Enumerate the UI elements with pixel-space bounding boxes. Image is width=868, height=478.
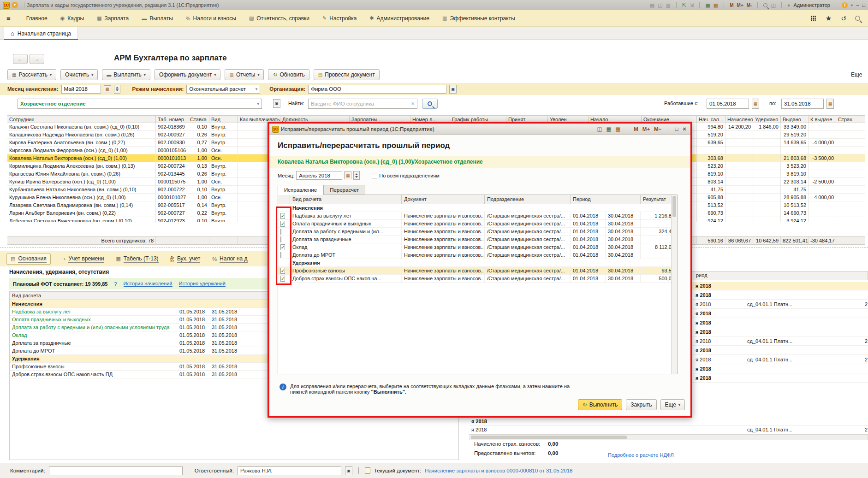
- menu-vyplaty[interactable]: ▬Выплаты: [135, 10, 179, 26]
- more-button[interactable]: Еще▾: [660, 399, 685, 410]
- column-header[interactable]: Выдано: [781, 115, 809, 123]
- subtab-buh-uchet[interactable]: ДтКтБух. учет: [171, 255, 201, 263]
- calendar-icon[interactable]: ▦: [344, 171, 351, 179]
- back-arrow-button[interactable]: ←: [13, 54, 28, 64]
- choose-icon[interactable]: ▣: [449, 85, 457, 94]
- get-link-icon[interactable]: ⇱: [682, 2, 686, 8]
- reports-button[interactable]: ▥Отчеты▾: [225, 69, 264, 80]
- column-header[interactable]: Удержано: [753, 115, 781, 123]
- close-button[interactable]: Закрыть: [626, 399, 656, 410]
- dialog-calculation-row[interactable]: ✓ОкладНачисление зарплаты и взносов.../С…: [278, 243, 677, 251]
- zoom-icon[interactable]: [763, 3, 767, 7]
- search-icon[interactable]: [855, 16, 860, 21]
- subtab-nalog[interactable]: %Налог на д: [212, 255, 247, 263]
- favorites-star-icon[interactable]: ★: [826, 14, 832, 23]
- memory-mminus-icon[interactable]: M−: [654, 126, 661, 132]
- go-link-icon[interactable]: ⇲: [690, 2, 694, 8]
- clear-button[interactable]: Очистить▾: [60, 69, 98, 80]
- memory-mminus-icon[interactable]: M-: [747, 3, 752, 8]
- calculator-icon[interactable]: ▦: [606, 126, 611, 132]
- column-header[interactable]: Сотрудник: [7, 115, 156, 123]
- refresh-button[interactable]: ↻Обновить: [268, 69, 309, 80]
- dialog-section-row[interactable]: Начисления: [278, 204, 677, 212]
- menu-otchetnost[interactable]: ▤Отчетность, справки: [243, 10, 316, 26]
- dialog-calculation-row[interactable]: Доплата за работу с вредными и (ил...Нач…: [278, 228, 677, 236]
- minimize-button[interactable]: −: [856, 2, 859, 8]
- open-department-icon[interactable]: ▣: [273, 99, 280, 108]
- post-document-button[interactable]: ▤Провести документ: [314, 69, 380, 80]
- help-question-link[interactable]: ?: [114, 281, 117, 287]
- dialog-calculation-row[interactable]: ✓Надбавка за выслугу летНачисление зарпл…: [278, 212, 677, 220]
- info-icon[interactable]: i: [842, 2, 848, 8]
- system-menu-icon[interactable]: ▾: [12, 2, 18, 8]
- accrual-history-link[interactable]: История начислений: [124, 281, 172, 287]
- month-stepper[interactable]: [114, 85, 120, 94]
- horizontal-scrollbar[interactable]: [470, 434, 868, 440]
- calendar-icon[interactable]: ▦: [615, 126, 620, 132]
- memory-mplus-icon[interactable]: M+: [642, 126, 650, 132]
- print-icon[interactable]: ◫: [658, 2, 662, 8]
- column-header[interactable]: Нач. сал...: [697, 115, 725, 123]
- memory-mplus-icon[interactable]: M+: [737, 3, 743, 8]
- dialog-calculation-row[interactable]: ✓Добров.страх.взносы ОПС накоп.ча...Начи…: [278, 275, 677, 283]
- month-stepper[interactable]: [353, 171, 360, 180]
- period-row[interactable]: я 2018сд_04.01.1 Платн...2: [470, 426, 868, 434]
- calendar-icon[interactable]: ▦: [104, 85, 111, 93]
- calendar-icon[interactable]: ▦: [826, 99, 834, 109]
- tab-pereraschet[interactable]: Перерасчет: [323, 185, 365, 195]
- dialog-calculation-row[interactable]: ✓Оплата праздничных и выходныхНачисление…: [278, 220, 677, 228]
- menu-kadry[interactable]: ◉Кадры: [54, 10, 91, 26]
- subtab-uchet-vremeni[interactable]: ◔Учет времени: [63, 255, 104, 263]
- split-view-icon[interactable]: ◫: [771, 2, 775, 8]
- column-header[interactable]: Ставка: [188, 115, 209, 123]
- choose-icon[interactable]: ▣: [345, 466, 352, 475]
- responsible-input[interactable]: Рачкова Н.И.: [238, 466, 341, 475]
- save-icon[interactable]: ▤: [650, 2, 654, 8]
- menu-nastroika[interactable]: ✎Настройка: [316, 10, 363, 26]
- period-column-header[interactable]: риод: [696, 272, 707, 278]
- deduction-history-link[interactable]: История удержаний: [179, 281, 226, 287]
- all-functions-icon[interactable]: [811, 16, 816, 21]
- calculate-button[interactable]: ▦Рассчитать▾: [7, 69, 56, 80]
- close-icon[interactable]: ✕: [682, 126, 687, 132]
- calculator-icon[interactable]: ▦: [705, 2, 710, 8]
- column-dokument[interactable]: Документ: [402, 195, 485, 204]
- column-period[interactable]: Период: [571, 195, 641, 204]
- chevron-down-icon[interactable]: ▾: [851, 3, 853, 7]
- maximize-button[interactable]: □: [862, 2, 865, 8]
- forward-arrow-button[interactable]: →: [30, 54, 44, 64]
- worked-to-field[interactable]: 31.05.2018▦: [781, 99, 834, 109]
- execute-button[interactable]: ↻Выполнить: [578, 399, 623, 410]
- worked-from-field[interactable]: 01.05.2018▦: [707, 99, 759, 109]
- column-header[interactable]: К выдаче: [809, 115, 836, 123]
- column-podrazdelenie[interactable]: Подразделение: [485, 195, 571, 204]
- current-document-link[interactable]: Начисление зарплаты и взносов 0000-00081…: [425, 468, 572, 473]
- print-icon[interactable]: ◫: [597, 126, 602, 132]
- maximize-icon[interactable]: □: [675, 126, 678, 132]
- menu-nalogi[interactable]: %Налоги и взносы: [179, 10, 243, 26]
- column-header[interactable]: Страх.: [836, 115, 865, 123]
- column-header[interactable]: Вид: [209, 115, 238, 123]
- search-input[interactable]: Введите ФИО сотрудника✕: [308, 99, 417, 109]
- subtab-osnovaniya[interactable]: ▤Основания: [6, 254, 51, 265]
- dialog-calculation-row[interactable]: ✓Профсоюзные взносыНачисление зарплаты и…: [278, 267, 677, 275]
- preview-icon[interactable]: ▥: [666, 2, 671, 8]
- column-vid-rascheta[interactable]: Вид расчета: [290, 195, 402, 204]
- scrollbar-thumb[interactable]: [672, 196, 676, 217]
- vertical-scrollbar[interactable]: [671, 195, 677, 374]
- accrual-mode-select[interactable]: Окончательный расчет▾: [186, 85, 260, 94]
- menu-administrirovanie[interactable]: ✱Администрирование: [363, 10, 436, 26]
- search-button[interactable]: [422, 99, 438, 109]
- ndfl-details-link[interactable]: Подробнее о расчете НДФЛ: [608, 452, 674, 458]
- column-header[interactable]: Таб. номер: [156, 115, 188, 123]
- organization-field[interactable]: Фирма ООО: [308, 85, 446, 94]
- column-header[interactable]: Начислено: [725, 115, 753, 123]
- menu-main[interactable]: Главное: [17, 10, 54, 26]
- dialog-calculation-row[interactable]: Доплата за праздничныеНачисление зарплат…: [278, 236, 677, 243]
- subtab-tabel[interactable]: ▦Табель (Т-13): [116, 255, 158, 263]
- month-field[interactable]: Апрель 2018: [296, 171, 342, 180]
- calendar-icon[interactable]: ▦: [713, 2, 718, 8]
- scrollbar-thumb[interactable]: [471, 436, 627, 439]
- more-button[interactable]: Еще: [851, 71, 862, 78]
- pay-button[interactable]: ▬Выплатить▾: [102, 69, 150, 80]
